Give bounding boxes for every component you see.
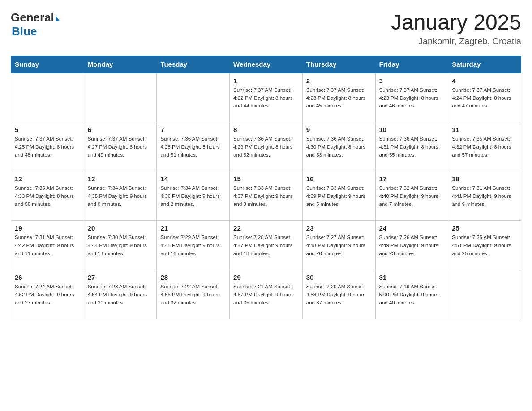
- header-tuesday: Tuesday: [157, 56, 230, 73]
- calendar-cell-w2-d2: 6Sunrise: 7:37 AM Sunset: 4:27 PM Daylig…: [84, 122, 157, 171]
- calendar-cell-w4-d6: 24Sunrise: 7:26 AM Sunset: 4:49 PM Dayli…: [375, 221, 448, 270]
- day-info: Sunrise: 7:27 AM Sunset: 4:48 PM Dayligh…: [306, 234, 372, 257]
- day-number: 28: [160, 274, 226, 281]
- day-number: 10: [379, 126, 445, 133]
- calendar-cell-w4-d5: 23Sunrise: 7:27 AM Sunset: 4:48 PM Dayli…: [302, 221, 375, 270]
- day-info: Sunrise: 7:30 AM Sunset: 4:44 PM Dayligh…: [88, 234, 153, 257]
- day-number: 31: [379, 274, 445, 281]
- day-info: Sunrise: 7:24 AM Sunset: 4:52 PM Dayligh…: [15, 283, 80, 307]
- calendar-header-row: Sunday Monday Tuesday Wednesday Thursday…: [11, 56, 521, 73]
- calendar-cell-w1-d1: [11, 73, 84, 122]
- calendar-cell-w5-d1: 26Sunrise: 7:24 AM Sunset: 4:52 PM Dayli…: [11, 270, 84, 319]
- day-number: 19: [15, 224, 80, 232]
- calendar-week-5: 26Sunrise: 7:24 AM Sunset: 4:52 PM Dayli…: [11, 270, 521, 319]
- calendar-cell-w3-d6: 17Sunrise: 7:32 AM Sunset: 4:40 PM Dayli…: [375, 171, 448, 221]
- calendar-cell-w2-d7: 11Sunrise: 7:35 AM Sunset: 4:32 PM Dayli…: [448, 122, 521, 171]
- calendar-week-1: 1Sunrise: 7:37 AM Sunset: 4:22 PM Daylig…: [11, 73, 521, 122]
- day-number: 24: [379, 224, 445, 232]
- calendar-cell-w2-d6: 10Sunrise: 7:36 AM Sunset: 4:31 PM Dayli…: [375, 122, 448, 171]
- day-number: 29: [233, 274, 299, 281]
- calendar-cell-w5-d7: [448, 270, 521, 319]
- day-info: Sunrise: 7:31 AM Sunset: 4:41 PM Dayligh…: [452, 184, 517, 208]
- day-info: Sunrise: 7:36 AM Sunset: 4:28 PM Dayligh…: [160, 135, 226, 159]
- day-info: Sunrise: 7:37 AM Sunset: 4:23 PM Dayligh…: [379, 86, 445, 110]
- calendar-cell-w1-d4: 1Sunrise: 7:37 AM Sunset: 4:22 PM Daylig…: [230, 73, 303, 122]
- day-info: Sunrise: 7:22 AM Sunset: 4:55 PM Dayligh…: [160, 283, 226, 307]
- month-title: January 2025: [391, 11, 521, 34]
- day-number: 20: [88, 224, 153, 232]
- day-number: 30: [306, 274, 372, 281]
- calendar-cell-w4-d4: 22Sunrise: 7:28 AM Sunset: 4:47 PM Dayli…: [230, 221, 303, 270]
- day-info: Sunrise: 7:25 AM Sunset: 4:51 PM Dayligh…: [452, 234, 517, 257]
- day-info: Sunrise: 7:36 AM Sunset: 4:29 PM Dayligh…: [233, 135, 299, 159]
- day-info: Sunrise: 7:37 AM Sunset: 4:23 PM Dayligh…: [306, 86, 372, 110]
- day-number: 14: [160, 175, 226, 183]
- day-number: 8: [233, 126, 299, 133]
- day-info: Sunrise: 7:37 AM Sunset: 4:24 PM Dayligh…: [452, 86, 517, 110]
- day-number: 6: [88, 126, 153, 133]
- calendar-cell-w2-d4: 8Sunrise: 7:36 AM Sunset: 4:29 PM Daylig…: [230, 122, 303, 171]
- calendar-cell-w3-d2: 13Sunrise: 7:34 AM Sunset: 4:35 PM Dayli…: [84, 171, 157, 221]
- day-info: Sunrise: 7:28 AM Sunset: 4:47 PM Dayligh…: [233, 234, 299, 257]
- day-info: Sunrise: 7:37 AM Sunset: 4:22 PM Dayligh…: [233, 86, 299, 110]
- day-number: 25: [452, 224, 517, 232]
- day-info: Sunrise: 7:32 AM Sunset: 4:40 PM Dayligh…: [379, 184, 445, 208]
- day-number: 13: [88, 175, 153, 183]
- day-info: Sunrise: 7:36 AM Sunset: 4:31 PM Dayligh…: [379, 135, 445, 159]
- header-sunday: Sunday: [11, 56, 84, 73]
- day-number: 23: [306, 224, 372, 232]
- calendar-cell-w5-d3: 28Sunrise: 7:22 AM Sunset: 4:55 PM Dayli…: [157, 270, 230, 319]
- day-info: Sunrise: 7:37 AM Sunset: 4:27 PM Dayligh…: [88, 135, 153, 159]
- calendar-week-2: 5Sunrise: 7:37 AM Sunset: 4:25 PM Daylig…: [11, 122, 521, 171]
- calendar-cell-w5-d6: 31Sunrise: 7:19 AM Sunset: 5:00 PM Dayli…: [375, 270, 448, 319]
- day-info: Sunrise: 7:21 AM Sunset: 4:57 PM Dayligh…: [233, 283, 299, 307]
- header-wednesday: Wednesday: [230, 56, 303, 73]
- day-number: 21: [160, 224, 226, 232]
- day-info: Sunrise: 7:33 AM Sunset: 4:39 PM Dayligh…: [306, 184, 372, 208]
- calendar-cell-w3-d3: 14Sunrise: 7:34 AM Sunset: 4:36 PM Dayli…: [157, 171, 230, 221]
- day-number: 3: [379, 77, 445, 85]
- day-info: Sunrise: 7:31 AM Sunset: 4:42 PM Dayligh…: [15, 234, 80, 257]
- header-friday: Friday: [375, 56, 448, 73]
- header-monday: Monday: [84, 56, 157, 73]
- day-number: 11: [452, 126, 517, 133]
- day-number: 9: [306, 126, 372, 133]
- calendar-cell-w2-d3: 7Sunrise: 7:36 AM Sunset: 4:28 PM Daylig…: [157, 122, 230, 171]
- logo-blue-text: Blue: [12, 25, 37, 39]
- day-info: Sunrise: 7:34 AM Sunset: 4:36 PM Dayligh…: [160, 184, 226, 208]
- day-number: 17: [379, 175, 445, 183]
- day-number: 27: [88, 274, 153, 281]
- day-info: Sunrise: 7:37 AM Sunset: 4:25 PM Dayligh…: [15, 135, 80, 159]
- header-thursday: Thursday: [302, 56, 375, 73]
- day-number: 15: [233, 175, 299, 183]
- calendar-cell-w3-d5: 16Sunrise: 7:33 AM Sunset: 4:39 PM Dayli…: [302, 171, 375, 221]
- day-info: Sunrise: 7:19 AM Sunset: 5:00 PM Dayligh…: [379, 283, 445, 307]
- calendar-table: Sunday Monday Tuesday Wednesday Thursday…: [11, 56, 521, 320]
- day-info: Sunrise: 7:36 AM Sunset: 4:30 PM Dayligh…: [306, 135, 372, 159]
- calendar-cell-w1-d5: 2Sunrise: 7:37 AM Sunset: 4:23 PM Daylig…: [302, 73, 375, 122]
- calendar-cell-w2-d1: 5Sunrise: 7:37 AM Sunset: 4:25 PM Daylig…: [11, 122, 84, 171]
- calendar-cell-w5-d2: 27Sunrise: 7:23 AM Sunset: 4:54 PM Dayli…: [84, 270, 157, 319]
- calendar-cell-w5-d4: 29Sunrise: 7:21 AM Sunset: 4:57 PM Dayli…: [230, 270, 303, 319]
- day-info: Sunrise: 7:20 AM Sunset: 4:58 PM Dayligh…: [306, 283, 372, 307]
- day-info: Sunrise: 7:29 AM Sunset: 4:45 PM Dayligh…: [160, 234, 226, 257]
- day-info: Sunrise: 7:33 AM Sunset: 4:37 PM Dayligh…: [233, 184, 299, 208]
- header-saturday: Saturday: [448, 56, 521, 73]
- calendar-cell-w3-d4: 15Sunrise: 7:33 AM Sunset: 4:37 PM Dayli…: [230, 171, 303, 221]
- day-number: 4: [452, 77, 517, 85]
- day-number: 7: [160, 126, 226, 133]
- day-number: 16: [306, 175, 372, 183]
- calendar-cell-w4-d7: 25Sunrise: 7:25 AM Sunset: 4:51 PM Dayli…: [448, 221, 521, 270]
- day-info: Sunrise: 7:34 AM Sunset: 4:35 PM Dayligh…: [88, 184, 153, 208]
- calendar-week-4: 19Sunrise: 7:31 AM Sunset: 4:42 PM Dayli…: [11, 221, 521, 270]
- day-number: 12: [15, 175, 80, 183]
- day-number: 26: [15, 274, 80, 281]
- location-subtitle: Jankomir, Zagreb, Croatia: [391, 36, 521, 47]
- day-number: 18: [452, 175, 517, 183]
- calendar-cell-w1-d2: [84, 73, 157, 122]
- day-number: 2: [306, 77, 372, 85]
- calendar-cell-w1-d3: [157, 73, 230, 122]
- calendar-week-3: 12Sunrise: 7:35 AM Sunset: 4:33 PM Dayli…: [11, 171, 521, 221]
- day-info: Sunrise: 7:23 AM Sunset: 4:54 PM Dayligh…: [88, 283, 153, 307]
- calendar-cell-w3-d7: 18Sunrise: 7:31 AM Sunset: 4:41 PM Dayli…: [448, 171, 521, 221]
